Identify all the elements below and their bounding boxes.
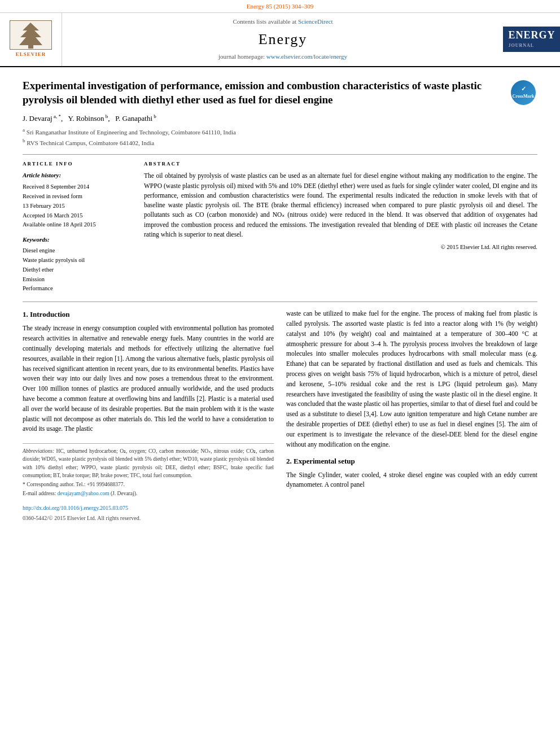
elsevier-label: ELSEVIER: [16, 51, 46, 58]
svg-rect-2: [28, 45, 33, 49]
keyword-1: Diesel engine: [23, 246, 133, 256]
affiliation-1: a Sri Ranganathar Institute of Engineeri…: [23, 126, 537, 137]
article-info-column: ARTICLE INFO Article history: Received 8…: [23, 160, 133, 294]
journal-title-display: Energy: [259, 29, 308, 50]
main-body: 1. Introduction The steady increase in e…: [23, 302, 537, 523]
journal-citation-banner: Energy 85 (2015) 304–309: [0, 0, 560, 13]
email-address-link[interactable]: devajayam@yahoo.com: [58, 491, 110, 496]
authors-line: J. Devaraj a, *, Y. Robinson b, P. Ganap…: [23, 113, 537, 124]
energy-logo-box: ENERGY JOURNAL: [504, 13, 560, 66]
author-2-name: Y. Robinson: [68, 114, 104, 123]
elsevier-logo-box: ELSEVIER: [0, 13, 62, 66]
author-1-sup: a, *: [53, 113, 61, 119]
copyright-line: © 2015 Elsevier Ltd. All rights reserved…: [144, 243, 537, 251]
sciencedirect-prefix: Contents lists available at: [233, 18, 298, 25]
intro-number: 1.: [23, 310, 28, 318]
received-date: Received 8 September 2014: [23, 182, 133, 192]
affiliation-2: b RVS Technical Campus, Coimbatore 64140…: [23, 137, 537, 147]
crossmark-icon: ✓CrossMark: [511, 80, 536, 105]
energy-badge-subtitle: JOURNAL: [509, 42, 555, 49]
affil-2-text: RVS Technical Campus, Coimbatore 641402,…: [27, 139, 154, 146]
email-note: E-mail address: devajayam@yahoo.com (J. …: [23, 490, 274, 497]
title-section: Experimental investigation of performanc…: [23, 78, 537, 107]
experimental-number: 2.: [286, 457, 292, 465]
elsevier-logo-image: ELSEVIER: [10, 20, 52, 58]
body-left-column: 1. Introduction The steady increase in e…: [23, 309, 274, 523]
accepted-date: Accepted 16 March 2015: [23, 211, 133, 221]
intro-title: Introduction: [30, 310, 70, 318]
experimental-title: Experimental setup: [294, 457, 355, 465]
abstract-header: ABSTRACT: [144, 160, 537, 168]
revised-label: Received in revised form: [23, 192, 133, 202]
keyword-5: Performance: [23, 284, 133, 294]
history-title: Article history:: [23, 171, 133, 180]
article-title: Experimental investigation of performanc…: [23, 78, 509, 107]
energy-badge-text: ENERGY: [509, 30, 555, 41]
journal-homepage-line: journal homepage: www.elsevier.com/locat…: [218, 53, 347, 62]
experimental-section-title: 2. Experimental setup: [286, 456, 537, 467]
sciencedirect-link[interactable]: ScienceDirect: [298, 18, 333, 25]
info-abstract-section: ARTICLE INFO Article history: Received 8…: [23, 154, 537, 294]
intro-paragraph-1: The steady increase in energy consumptio…: [23, 324, 274, 434]
corresponding-note: * Corresponding author. Tel.: +91 999468…: [23, 480, 274, 488]
homepage-prefix: journal homepage:: [218, 53, 266, 60]
abstract-text: The oil obtained by pyrolysis of waste p…: [144, 171, 537, 239]
author-2-sup: b: [104, 113, 108, 119]
experimental-paragraph-1: The Single Cylinder, water cooled, 4 str…: [286, 470, 537, 491]
affil-2-sup: b: [23, 138, 25, 143]
abbrev-label: Abbreviations:: [23, 448, 54, 454]
abbrev-text: HC, unburned hydrocarbon; O₂, oxygen; CO…: [23, 448, 274, 478]
affiliations: a Sri Ranganathar Institute of Engineeri…: [23, 126, 537, 147]
email-label: E-mail address:: [23, 491, 58, 496]
keyword-2: Waste plastic pyrolysis oil: [23, 256, 133, 265]
energy-journal-badge: ENERGY JOURNAL: [503, 27, 561, 52]
intro-paragraph-2: waste can be utilized to make fuel for t…: [286, 309, 537, 449]
body-two-columns: 1. Introduction The steady increase in e…: [23, 309, 537, 523]
article-content: Experimental investigation of performanc…: [0, 67, 560, 534]
keywords-section: Keywords: Diesel engine Waste plastic py…: [23, 235, 133, 294]
abbreviations-note: Abbreviations: HC, unburned hydrocarbon;…: [23, 447, 274, 479]
keyword-4: Emission: [23, 275, 133, 285]
journal-header: ELSEVIER Contents lists available at Sci…: [0, 13, 560, 67]
available-date: Available online 18 April 2015: [23, 220, 133, 230]
elsevier-tree-icon: [10, 20, 52, 50]
intro-section-title: 1. Introduction: [23, 309, 274, 320]
doi-link-line: http://dx.doi.org/10.1016/j.energy.2015.…: [23, 504, 274, 513]
affil-1-text: Sri Ranganathar Institute of Engineering…: [27, 129, 236, 136]
author-3-sup: b: [152, 113, 156, 119]
body-right-column: waste can be utilized to make fuel for t…: [286, 309, 537, 523]
footnotes-section: Abbreviations: HC, unburned hydrocarbon;…: [23, 443, 274, 498]
abstract-column: ABSTRACT The oil obtained by pyrolysis o…: [144, 160, 537, 294]
journal-center-info: Contents lists available at ScienceDirec…: [62, 13, 504, 66]
crossmark-badge[interactable]: ✓CrossMark: [509, 78, 537, 107]
doi-section: http://dx.doi.org/10.1016/j.energy.2015.…: [23, 504, 274, 523]
revised-date: 13 February 2015: [23, 202, 133, 211]
author-3-name: P. Ganapathi: [115, 114, 152, 123]
affil-1-sup: a: [23, 127, 25, 133]
doi-link[interactable]: http://dx.doi.org/10.1016/j.energy.2015.…: [23, 505, 128, 511]
journal-homepage-link[interactable]: www.elsevier.com/locate/energy: [266, 53, 347, 60]
keywords-title: Keywords:: [23, 235, 133, 244]
keyword-3: Diethyl ether: [23, 265, 133, 275]
issn-line: 0360-5442/© 2015 Elsevier Ltd. All right…: [23, 514, 274, 523]
author-1-name: J. Devaraj: [23, 114, 53, 123]
email-person: (J. Devaraj).: [111, 491, 137, 496]
sciencedirect-line: Contents lists available at ScienceDirec…: [233, 18, 333, 27]
citation-text: Energy 85 (2015) 304–309: [247, 3, 314, 10]
article-info-header: ARTICLE INFO: [23, 160, 133, 168]
